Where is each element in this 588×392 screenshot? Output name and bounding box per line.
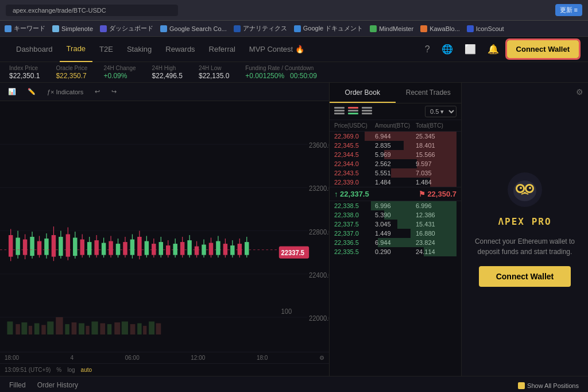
chart-settings-icon[interactable]: ⚙ (319, 355, 324, 361)
nav-trade[interactable]: Trade (60, 37, 92, 62)
bookmark-icon (420, 25, 427, 32)
chart-panel: 📊 ✏️ ƒ× Indicators ↩ ↪ 23600.0 (0, 83, 330, 376)
ob-sell-row[interactable]: 22,369.0 6.944 25.345 (330, 132, 461, 141)
svg-point-112 (529, 187, 531, 189)
svg-rect-25 (107, 324, 111, 335)
browser-actions: 更新 ≡ (555, 4, 582, 16)
svg-rect-11 (7, 321, 13, 335)
help-button[interactable]: ? (421, 42, 434, 57)
price-bar: Index Price $22,350.1 Oracle Price $22,3… (0, 62, 588, 83)
bookmark-kawablog[interactable]: KawaBlo... (420, 25, 460, 32)
orderbook-toolbar: 0.5 ▾ (330, 103, 461, 120)
tab-filled[interactable]: Filled (9, 381, 26, 390)
orderbook-panel: Order Book Recent Trades 0.5 ▾ Price(USD… (330, 83, 462, 376)
tab-order-book[interactable]: Order Book (330, 83, 396, 103)
ob-headers: Price(USDC) Amount(BTC) Total(BTC) (330, 120, 461, 132)
ob-sell-row[interactable]: 22,339.0 1.484 1.484 (330, 178, 461, 187)
bookmark-dashboard[interactable]: ダッシュボード (100, 24, 153, 33)
percent-button[interactable]: % (56, 367, 61, 373)
chart-area: 23600.0 23200.0 22800.0 22400.0 22000.0 (0, 101, 329, 352)
svg-text:22400.0: 22400.0 (309, 271, 329, 279)
bookmark-keywords[interactable]: キーワード (5, 24, 45, 33)
svg-rect-15 (34, 323, 40, 335)
browser-url[interactable]: apex.exchange/trade/BTC-USDC (6, 5, 178, 16)
tab-order-history[interactable]: Order History (37, 381, 78, 390)
ob-buy-row[interactable]: 22,335.5 0.290 24.114 (330, 247, 461, 256)
draw-tool-button[interactable]: ✏️ (24, 87, 39, 97)
bookmark-mindmeister[interactable]: MindMeister (370, 25, 413, 32)
bookmark-simplenote[interactable]: Simplenote (52, 25, 93, 32)
ob-buy-row[interactable]: 22,336.5 6.944 23.824 (330, 238, 461, 247)
nav-mvp[interactable]: MVP Contest 🔥 (242, 37, 311, 62)
bookmark-icon (370, 25, 377, 32)
chart-time-bar: 18:00 4 06:00 12:00 18:0 ⚙ (0, 352, 329, 363)
tab-recent-trades[interactable]: Recent Trades (396, 83, 462, 103)
connect-wallet-main-button[interactable]: Connect Wallet (479, 266, 571, 287)
panel-tabs: Order Book Recent Trades (330, 83, 461, 103)
svg-rect-26 (114, 322, 120, 335)
log-button[interactable]: log (67, 367, 75, 373)
indicators-button[interactable]: ƒ× Indicators (44, 87, 87, 97)
bookmark-icon (234, 25, 241, 32)
svg-rect-23 (91, 321, 98, 335)
bookmark-google-docs[interactable]: Google ドキュメント (294, 24, 363, 33)
nav-t2e[interactable]: T2E (92, 37, 120, 62)
ob-sell-row[interactable]: 22,345.5 2.835 18.401 (330, 141, 461, 150)
tablet-button[interactable]: ⬜ (461, 41, 479, 57)
notification-bell-button[interactable]: 🔔 (484, 41, 502, 57)
svg-text:23200.0: 23200.0 (309, 184, 329, 193)
show-all-positions[interactable]: Show All Positions (518, 382, 579, 389)
svg-rect-32 (156, 323, 161, 335)
globe-button[interactable]: 🌐 (438, 41, 457, 57)
nav-right: ? 🌐 ⬜ 🔔 Connect Wallet (421, 40, 579, 58)
top-nav: Dashboard Trade T2E Staking Rewards Refe… (0, 37, 588, 62)
auto-button[interactable]: auto (81, 367, 92, 373)
svg-rect-24 (100, 323, 105, 335)
right-panel-settings-icon[interactable]: ⚙ (576, 87, 583, 97)
svg-text:22000.0: 22000.0 (309, 314, 329, 322)
svg-rect-22 (86, 326, 89, 335)
bookmark-iconscout[interactable]: IconScout (467, 25, 504, 32)
bookmark-icon (100, 25, 107, 32)
svg-rect-21 (79, 323, 84, 335)
apex-title: ΛPEX PRO (498, 216, 551, 227)
svg-rect-19 (65, 324, 69, 335)
24h-change: 24H Change +0.09% (103, 65, 136, 80)
nav-rewards[interactable]: Rewards (158, 37, 202, 62)
undo-button[interactable]: ↩ (91, 87, 103, 97)
redo-button[interactable]: ↪ (108, 87, 120, 97)
svg-text:22337.5: 22337.5 (281, 248, 305, 257)
chart-toolbar: 📊 ✏️ ƒ× Indicators ↩ ↪ (0, 83, 329, 101)
svg-rect-30 (143, 326, 146, 335)
indicators-icon: ƒ× (47, 89, 55, 95)
refresh-button[interactable]: 更新 ≡ (555, 4, 582, 16)
nav-staking[interactable]: Staking (120, 37, 158, 62)
connect-wallet-header-button[interactable]: Connect Wallet (507, 40, 579, 58)
chart-type-button[interactable]: 📊 (5, 87, 20, 97)
svg-rect-14 (29, 326, 32, 335)
svg-point-111 (520, 187, 522, 189)
bookmark-google-search[interactable]: Google Search Co... (160, 25, 227, 32)
main-content: 📊 ✏️ ƒ× Indicators ↩ ↪ 23600.0 (0, 83, 588, 376)
ob-all-icon[interactable] (334, 107, 345, 116)
bookmark-analytics[interactable]: アナリティクス (234, 24, 287, 33)
nav-dashboard[interactable]: Dashboard (9, 37, 60, 62)
ob-sell-row[interactable]: 22,344.5 5.969 15.566 (330, 150, 461, 159)
svg-text:23600.0: 23600.0 (309, 141, 329, 149)
ob-split-icon[interactable] (348, 107, 358, 116)
apex-description: Connect your Ethereum wallet to deposit … (462, 236, 588, 257)
ob-sell-row[interactable]: 22,344.0 2.562 9.597 (330, 159, 461, 168)
ob-size-select[interactable]: 0.5 ▾ (425, 106, 457, 117)
funding-rate: Funding Rate / Countdown +0.001250% 00:5… (245, 65, 316, 80)
nav-referral[interactable]: Referral (202, 37, 242, 62)
ob-buy-row[interactable]: 22,338.5 6.996 6.996 (330, 201, 461, 210)
ob-body: 22,369.0 6.944 25.345 22,345.5 2.835 18.… (330, 132, 461, 376)
ob-sell-row[interactable]: 22,343.5 5.551 7.035 (330, 168, 461, 178)
chart-svg: 23600.0 23200.0 22800.0 22400.0 22000.0 (0, 101, 329, 352)
ob-buy-icon[interactable] (362, 107, 372, 116)
bookmark-icon (467, 25, 474, 32)
bookmark-icon (52, 25, 59, 32)
ob-buy-row[interactable]: 22,338.0 5.390 12.386 (330, 210, 461, 220)
ob-buy-row[interactable]: 22,337.0 1.449 16.880 (330, 229, 461, 238)
ob-buy-row[interactable]: 22,337.5 3.045 15.431 (330, 220, 461, 229)
